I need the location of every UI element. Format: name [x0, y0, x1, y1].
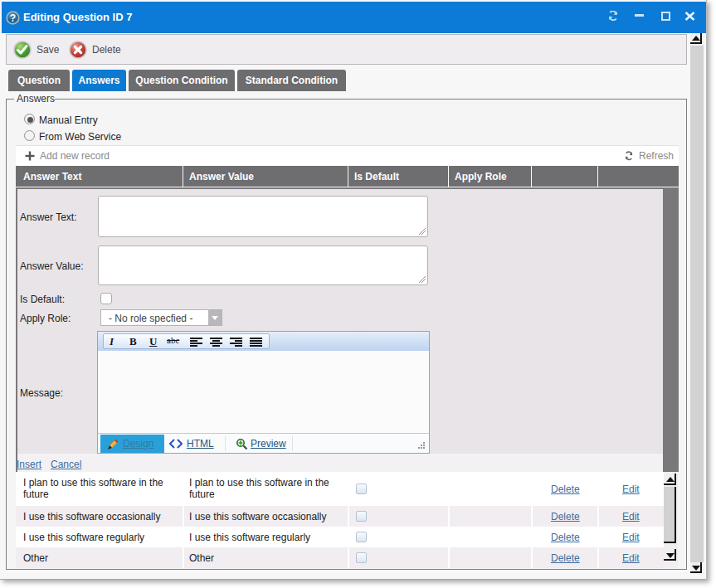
- svg-text:?: ?: [10, 12, 16, 24]
